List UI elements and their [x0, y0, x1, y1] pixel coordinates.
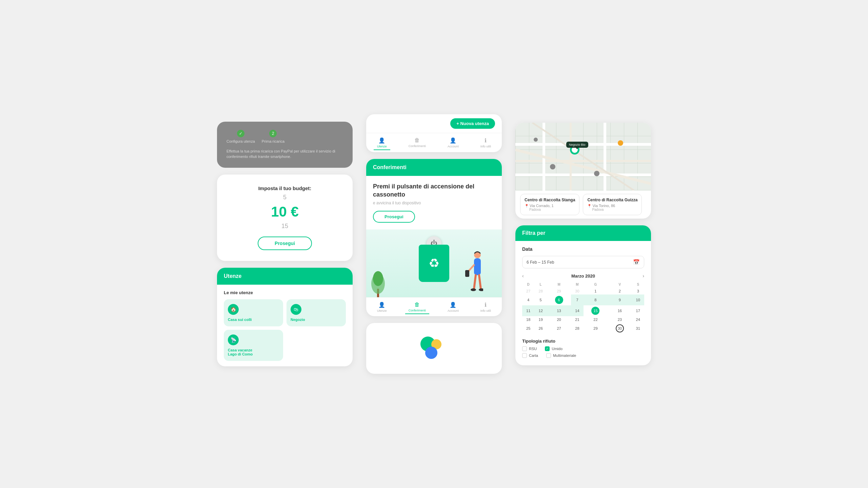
cal-range-start: 6 [555, 296, 563, 304]
cal-day[interactable]: 11 [522, 305, 534, 316]
cb-umido-icon[interactable]: ✓ [545, 346, 550, 351]
tab-info-bottom[interactable]: ℹ Info utili [477, 300, 494, 314]
cal-day[interactable]: 20 [547, 316, 571, 323]
cal-day[interactable]: 5 [534, 294, 547, 305]
cal-day[interactable]: 13 [547, 305, 571, 316]
cal-week-2: 4 5 6 7 8 9 10 [522, 294, 644, 305]
calendar-next-button[interactable]: › [643, 273, 644, 279]
svg-point-7 [479, 288, 483, 291]
utenza-negozio-label: Negozio [291, 318, 342, 322]
cb-multi-label: Multimateriale [553, 353, 576, 358]
tree-left-icon [370, 270, 387, 297]
step-2: 2 Prima ricarica [262, 130, 284, 144]
cal-day[interactable]: 9 [608, 294, 632, 305]
tab-conferimenti-top[interactable]: 🗑 Conferimenti [405, 136, 429, 150]
cal-day[interactable]: 30 [571, 288, 583, 294]
calendar-month-label: Marzo 2020 [571, 273, 595, 279]
map-diagonal-road [515, 123, 651, 190]
cb-rsu-icon[interactable] [522, 346, 527, 351]
conferimenti-title: Premi il pulsante di accensione del cass… [373, 183, 495, 199]
cal-day[interactable]: 8 [584, 294, 608, 305]
person-illustration [465, 250, 483, 297]
info-bottom-label: Info utili [480, 309, 491, 312]
prosegui-conf-button[interactable]: Prosegui [373, 211, 415, 223]
utenza-vacation-icon: 📡 [228, 334, 239, 345]
cal-day[interactable]: 28 [571, 323, 583, 334]
top-nav-bar: + Nuova utenza 👤 Utenze 🗑 Conferimenti 👤… [366, 114, 502, 152]
budget-title: Imposta il tuo budget: [258, 185, 312, 191]
cal-day-start-cell[interactable]: 6 [547, 294, 571, 305]
cal-day[interactable]: 7 [571, 294, 583, 305]
date-range-value: 6 Feb – 15 Feb [527, 260, 554, 265]
pin-stanga-icon: 📍 [525, 204, 529, 208]
tab-info-top[interactable]: ℹ Info utili [477, 136, 494, 150]
step-1-circle: ✓ [237, 130, 244, 137]
location-stanga[interactable]: Centro di Raccolta Stanga 📍 Via Corrado,… [520, 194, 579, 215]
svg-point-16 [618, 140, 623, 146]
checkbox-umido[interactable]: ✓ Umido [545, 346, 563, 351]
cal-day[interactable]: 4 [522, 294, 534, 305]
cal-day[interactable]: 16 [608, 305, 632, 316]
cal-day[interactable]: 22 [584, 316, 608, 323]
utenza-casa-vacanze[interactable]: 📡 Casa vacanze Lago di Como [224, 330, 283, 361]
cal-day-end-cell[interactable]: 15 [584, 305, 608, 316]
cal-day[interactable]: 31 [632, 323, 644, 334]
pin-guizza-icon: 📍 [587, 204, 591, 208]
cal-day[interactable]: 25 [522, 323, 534, 334]
cal-day[interactable]: 27 [547, 323, 571, 334]
cal-day[interactable]: 27 [522, 288, 534, 294]
date-range-input[interactable]: 6 Feb – 15 Feb 📅 [522, 256, 644, 268]
nuova-utenza-button[interactable]: + Nuova utenza [450, 118, 495, 129]
conferimenti-bottom-label: Conferimenti [409, 309, 426, 312]
cal-day[interactable]: 29 [584, 323, 608, 334]
cal-today: 30 [616, 324, 624, 332]
svg-rect-1 [474, 258, 481, 275]
cal-day[interactable]: 1 [584, 288, 608, 294]
tab-utenze-bottom[interactable]: 👤 Utenze [374, 300, 390, 314]
cal-day[interactable]: 26 [534, 323, 547, 334]
cal-day[interactable]: 29 [547, 288, 571, 294]
weekday-l: L [534, 281, 547, 288]
cal-day[interactable]: 28 [534, 288, 547, 294]
utenza-shop-icon: 🛍 [291, 304, 301, 315]
calendar-header: ‹ Marzo 2020 › [522, 273, 644, 279]
utenza-negozio[interactable]: 🛍 Negozio [287, 299, 346, 326]
svg-line-11 [515, 150, 651, 184]
cal-day[interactable]: 19 [534, 316, 547, 323]
middle-panel: + Nuova utenza 👤 Utenze 🗑 Conferimenti 👤… [366, 114, 502, 374]
cal-day-today-cell[interactable]: 30 [608, 323, 632, 334]
cb-multi-icon[interactable] [546, 353, 551, 358]
cb-carta-icon[interactable] [522, 353, 527, 358]
svg-point-6 [471, 288, 476, 291]
cal-day[interactable]: 10 [632, 294, 644, 305]
conferimenti-tab-label: Conferimenti [409, 144, 426, 148]
tab-conferimenti-bottom[interactable]: 🗑 Conferimenti [405, 300, 429, 314]
checkbox-carta[interactable]: Carta [522, 353, 538, 358]
cal-day[interactable]: 23 [608, 316, 632, 323]
checkbox-multimateriale[interactable]: Multimateriale [546, 353, 576, 358]
calendar-prev-button[interactable]: ‹ [522, 273, 524, 279]
prosegui-budget-button[interactable]: Prosegui [258, 237, 312, 250]
cal-day[interactable]: 17 [632, 305, 644, 316]
account-tab-label: Account [448, 145, 459, 148]
checkbox-rsu[interactable]: RSU [522, 346, 537, 351]
map-area[interactable]: Negozio Bio [515, 123, 651, 190]
cal-day[interactable]: 14 [571, 305, 583, 316]
step-1: ✓ Configura utenza [226, 130, 255, 144]
cal-day[interactable]: 24 [632, 316, 644, 323]
location-guizza[interactable]: Centro di Raccolta Guizza 📍 Via Torino, … [583, 194, 642, 215]
conferimenti-bottom-icon: 🗑 [414, 302, 420, 308]
tab-account-top[interactable]: 👤 Account [444, 136, 462, 150]
cal-day[interactable]: 18 [522, 316, 534, 323]
cal-week-5: 25 26 27 28 29 30 31 [522, 323, 644, 334]
cal-day[interactable]: 2 [608, 288, 632, 294]
cal-day[interactable]: 12 [534, 305, 547, 316]
cal-day[interactable]: 3 [632, 288, 644, 294]
calendar-input-icon: 📅 [633, 259, 640, 265]
cal-day[interactable]: 21 [571, 316, 583, 323]
utenza-casa-colli[interactable]: 🏠 Casa sui colli [224, 299, 283, 326]
location-stanga-street: Via Corrado, 1 [530, 204, 554, 208]
svg-point-17 [594, 171, 599, 176]
tab-utenze-top[interactable]: 👤 Utenze [374, 136, 390, 150]
tab-account-bottom[interactable]: 👤 Account [444, 300, 462, 314]
